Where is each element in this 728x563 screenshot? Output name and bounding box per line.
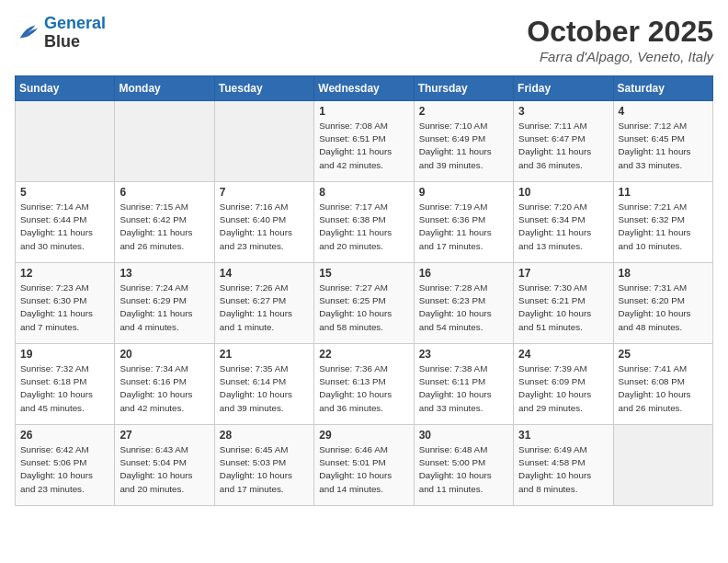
week-row-4: 19Sunrise: 7:32 AMSunset: 6:18 PMDayligh… [16,344,713,425]
cell-info: Sunrise: 7:41 AMSunset: 6:08 PMDaylight:… [619,362,708,415]
cell-info: Sunrise: 7:23 AMSunset: 6:30 PMDaylight:… [20,282,109,334]
day-number: 29 [319,429,408,442]
cell-info: Sunrise: 7:08 AMSunset: 6:51 PMDaylight:… [319,120,408,172]
weekday-header-sunday: Sunday [16,76,115,101]
day-number: 19 [20,348,109,361]
calendar-table: SundayMondayTuesdayWednesdayThursdayFrid… [15,75,713,506]
day-number: 14 [220,267,309,280]
calendar-cell: 30Sunrise: 6:48 AMSunset: 5:00 PMDayligh… [414,425,513,506]
logo: GeneralBlue [15,15,106,52]
calendar-cell: 24Sunrise: 7:39 AMSunset: 6:09 PMDayligh… [514,344,613,425]
cell-info: Sunrise: 7:27 AMSunset: 6:25 PMDaylight:… [319,282,408,334]
calendar-cell: 1Sunrise: 7:08 AMSunset: 6:51 PMDaylight… [314,101,414,182]
day-number: 15 [319,267,408,280]
cell-info: Sunrise: 6:42 AMSunset: 5:06 PMDaylight:… [20,443,109,496]
calendar-cell: 17Sunrise: 7:30 AMSunset: 6:21 PMDayligh… [514,263,613,344]
calendar-cell: 20Sunrise: 7:34 AMSunset: 6:16 PMDayligh… [115,344,214,425]
title-block: October 2025 Farra d'Alpago, Veneto, Ita… [527,15,713,64]
day-number: 5 [20,186,109,199]
calendar-cell: 26Sunrise: 6:42 AMSunset: 5:06 PMDayligh… [16,425,115,506]
calendar-cell: 13Sunrise: 7:24 AMSunset: 6:29 PMDayligh… [115,263,214,344]
cell-info: Sunrise: 6:43 AMSunset: 5:04 PMDaylight:… [119,443,209,496]
calendar-cell: 7Sunrise: 7:16 AMSunset: 6:40 PMDaylight… [214,182,313,263]
day-number: 8 [319,186,408,199]
weekday-header-thursday: Thursday [414,76,513,101]
week-row-3: 12Sunrise: 7:23 AMSunset: 6:30 PMDayligh… [16,263,713,344]
day-number: 27 [119,429,209,442]
cell-info: Sunrise: 7:19 AMSunset: 6:36 PMDaylight:… [419,201,508,253]
week-row-2: 5Sunrise: 7:14 AMSunset: 6:44 PMDaylight… [16,182,713,263]
day-number: 17 [518,267,608,280]
cell-info: Sunrise: 6:45 AMSunset: 5:03 PMDaylight:… [220,443,309,496]
calendar-cell: 25Sunrise: 7:41 AMSunset: 6:08 PMDayligh… [613,344,712,425]
calendar-cell: 11Sunrise: 7:21 AMSunset: 6:32 PMDayligh… [613,182,712,263]
cell-info: Sunrise: 6:49 AMSunset: 4:58 PMDaylight:… [518,443,608,496]
cell-info: Sunrise: 7:34 AMSunset: 6:16 PMDaylight:… [119,362,209,415]
day-number: 3 [518,105,608,118]
calendar-cell: 14Sunrise: 7:26 AMSunset: 6:27 PMDayligh… [214,263,313,344]
cell-info: Sunrise: 7:12 AMSunset: 6:45 PMDaylight:… [619,120,708,172]
weekday-header-monday: Monday [115,76,214,101]
calendar-cell [115,101,214,182]
calendar-cell: 27Sunrise: 6:43 AMSunset: 5:04 PMDayligh… [115,425,214,506]
day-number: 31 [518,429,608,442]
cell-info: Sunrise: 7:15 AMSunset: 6:42 PMDaylight:… [119,201,209,253]
day-number: 24 [518,348,608,361]
calendar-cell: 31Sunrise: 6:49 AMSunset: 4:58 PMDayligh… [514,425,613,506]
calendar-cell: 22Sunrise: 7:36 AMSunset: 6:13 PMDayligh… [314,344,414,425]
day-number: 10 [518,186,608,199]
day-number: 9 [419,186,508,199]
calendar-cell [214,101,313,182]
calendar-cell: 12Sunrise: 7:23 AMSunset: 6:30 PMDayligh… [16,263,115,344]
day-number: 6 [119,186,209,199]
day-number: 22 [319,348,408,361]
calendar-cell: 21Sunrise: 7:35 AMSunset: 6:14 PMDayligh… [214,344,313,425]
day-number: 16 [419,267,508,280]
weekday-header-tuesday: Tuesday [214,76,313,101]
cell-info: Sunrise: 7:10 AMSunset: 6:49 PMDaylight:… [419,120,508,172]
day-number: 20 [119,348,209,361]
calendar-cell: 5Sunrise: 7:14 AMSunset: 6:44 PMDaylight… [16,182,115,263]
calendar-cell: 6Sunrise: 7:15 AMSunset: 6:42 PMDaylight… [115,182,214,263]
day-number: 2 [419,105,508,118]
cell-info: Sunrise: 7:39 AMSunset: 6:09 PMDaylight:… [518,362,608,415]
calendar-cell: 28Sunrise: 6:45 AMSunset: 5:03 PMDayligh… [214,425,313,506]
logo-text: GeneralBlue [44,15,106,52]
cell-info: Sunrise: 7:28 AMSunset: 6:23 PMDaylight:… [419,282,508,334]
cell-info: Sunrise: 7:35 AMSunset: 6:14 PMDaylight:… [220,362,309,415]
day-number: 30 [419,429,508,442]
day-number: 11 [619,186,708,199]
cell-info: Sunrise: 7:14 AMSunset: 6:44 PMDaylight:… [20,201,109,253]
cell-info: Sunrise: 7:31 AMSunset: 6:20 PMDaylight:… [619,282,708,334]
weekday-header-saturday: Saturday [613,76,712,101]
day-number: 18 [619,267,708,280]
calendar-cell: 29Sunrise: 6:46 AMSunset: 5:01 PMDayligh… [314,425,414,506]
calendar-cell: 19Sunrise: 7:32 AMSunset: 6:18 PMDayligh… [16,344,115,425]
location-text: Farra d'Alpago, Veneto, Italy [527,49,713,64]
cell-info: Sunrise: 7:32 AMSunset: 6:18 PMDaylight:… [20,362,109,415]
cell-info: Sunrise: 7:26 AMSunset: 6:27 PMDaylight:… [220,282,309,334]
calendar-cell: 16Sunrise: 7:28 AMSunset: 6:23 PMDayligh… [414,263,513,344]
day-number: 13 [119,267,209,280]
weekday-header-row: SundayMondayTuesdayWednesdayThursdayFrid… [16,76,713,101]
day-number: 28 [220,429,309,442]
calendar-cell: 3Sunrise: 7:11 AMSunset: 6:47 PMDaylight… [514,101,613,182]
calendar-cell: 9Sunrise: 7:19 AMSunset: 6:36 PMDaylight… [414,182,513,263]
cell-info: Sunrise: 7:11 AMSunset: 6:47 PMDaylight:… [518,120,608,172]
calendar-cell: 23Sunrise: 7:38 AMSunset: 6:11 PMDayligh… [414,344,513,425]
cell-info: Sunrise: 7:16 AMSunset: 6:40 PMDaylight:… [220,201,309,253]
day-number: 4 [619,105,708,118]
day-number: 1 [319,105,408,118]
month-title: October 2025 [527,15,713,49]
calendar-cell [16,101,115,182]
calendar-cell: 18Sunrise: 7:31 AMSunset: 6:20 PMDayligh… [613,263,712,344]
day-number: 21 [220,348,309,361]
cell-info: Sunrise: 7:20 AMSunset: 6:34 PMDaylight:… [518,201,608,253]
cell-info: Sunrise: 7:36 AMSunset: 6:13 PMDaylight:… [319,362,408,415]
weekday-header-wednesday: Wednesday [314,76,414,101]
week-row-1: 1Sunrise: 7:08 AMSunset: 6:51 PMDaylight… [16,101,713,182]
cell-info: Sunrise: 6:46 AMSunset: 5:01 PMDaylight:… [319,443,408,496]
calendar-cell: 8Sunrise: 7:17 AMSunset: 6:38 PMDaylight… [314,182,414,263]
cell-info: Sunrise: 6:48 AMSunset: 5:00 PMDaylight:… [419,443,508,496]
cell-info: Sunrise: 7:24 AMSunset: 6:29 PMDaylight:… [119,282,209,334]
